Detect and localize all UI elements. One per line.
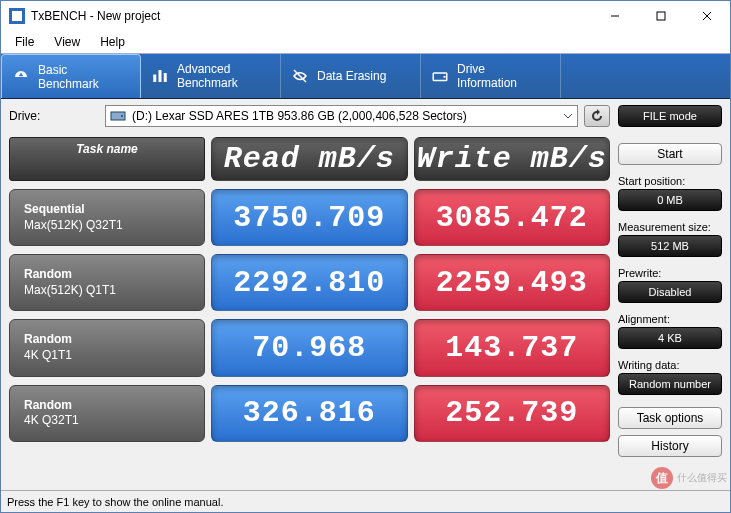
tab-data-erasing[interactable]: Data Erasing xyxy=(281,54,421,98)
drive-icon xyxy=(431,67,449,85)
task-name: SequentialMax(512K) Q32T1 xyxy=(9,189,205,246)
erase-icon xyxy=(291,67,309,85)
header-write: Write mB/s xyxy=(414,137,611,181)
write-value: 2259.493 xyxy=(414,254,611,311)
svg-rect-7 xyxy=(159,70,162,82)
maximize-button[interactable] xyxy=(638,1,684,31)
app-icon xyxy=(9,8,25,24)
window-title: TxBENCH - New project xyxy=(31,9,592,23)
tab-label: Advanced Benchmark xyxy=(177,62,238,90)
menu-view[interactable]: View xyxy=(46,33,88,51)
tabbar: Basic Benchmark Advanced Benchmark Data … xyxy=(1,53,730,99)
svg-rect-1 xyxy=(12,11,22,21)
task-name: Random4K Q32T1 xyxy=(9,385,205,442)
svg-rect-3 xyxy=(657,12,665,20)
tab-label: Basic Benchmark xyxy=(38,63,99,91)
write-value: 252.739 xyxy=(414,385,611,442)
menu-help[interactable]: Help xyxy=(92,33,133,51)
startpos-label: Start position: xyxy=(618,175,722,187)
close-button[interactable] xyxy=(684,1,730,31)
wdata-label: Writing data: xyxy=(618,359,722,371)
reload-icon xyxy=(590,109,604,123)
svg-point-11 xyxy=(443,76,445,78)
chevron-down-icon xyxy=(563,111,573,121)
tab-advanced-benchmark[interactable]: Advanced Benchmark xyxy=(141,54,281,98)
filemode-button[interactable]: FILE mode xyxy=(618,105,722,127)
hdd-icon xyxy=(110,109,126,123)
read-value: 3750.709 xyxy=(211,189,408,246)
minimize-button[interactable] xyxy=(592,1,638,31)
result-row: Random4K Q1T170.968143.737 xyxy=(9,319,610,376)
tab-basic-benchmark[interactable]: Basic Benchmark xyxy=(1,54,141,98)
svg-rect-6 xyxy=(153,75,156,83)
header-read: Read mB/s xyxy=(211,137,408,181)
read-value: 2292.810 xyxy=(211,254,408,311)
task-name: RandomMax(512K) Q1T1 xyxy=(9,254,205,311)
menubar: File View Help xyxy=(1,31,730,53)
drive-label: Drive: xyxy=(9,109,99,123)
bars-icon xyxy=(151,67,169,85)
prewrite-label: Prewrite: xyxy=(618,267,722,279)
taskoptions-button[interactable]: Task options xyxy=(618,407,722,429)
wdata-button[interactable]: Random number xyxy=(618,373,722,395)
task-name: Random4K Q1T1 xyxy=(9,319,205,376)
align-label: Alignment: xyxy=(618,313,722,325)
watermark-icon: 值 xyxy=(651,467,673,489)
reload-button[interactable] xyxy=(584,105,610,127)
svg-rect-8 xyxy=(164,73,167,82)
meassize-label: Measurement size: xyxy=(618,221,722,233)
result-row: SequentialMax(512K) Q32T13750.7093085.47… xyxy=(9,189,610,246)
tab-label: Drive Information xyxy=(457,62,517,90)
svg-point-13 xyxy=(121,115,123,117)
gauge-icon xyxy=(12,68,30,86)
read-value: 326.816 xyxy=(211,385,408,442)
start-button[interactable]: Start xyxy=(618,143,722,165)
write-value: 143.737 xyxy=(414,319,611,376)
watermark-text: 什么值得买 xyxy=(677,471,727,485)
meassize-button[interactable]: 512 MB xyxy=(618,235,722,257)
drive-selected-text: (D:) Lexar SSD ARES 1TB 953.86 GB (2,000… xyxy=(132,109,467,123)
prewrite-button[interactable]: Disabled xyxy=(618,281,722,303)
menu-file[interactable]: File xyxy=(7,33,42,51)
read-value: 70.968 xyxy=(211,319,408,376)
drive-select[interactable]: (D:) Lexar SSD ARES 1TB 953.86 GB (2,000… xyxy=(105,105,578,127)
statusbar: Press the F1 key to show the online manu… xyxy=(1,490,730,512)
watermark: 值 什么值得买 xyxy=(651,467,727,489)
status-text: Press the F1 key to show the online manu… xyxy=(7,496,223,508)
result-row: RandomMax(512K) Q1T12292.8102259.493 xyxy=(9,254,610,311)
startpos-button[interactable]: 0 MB xyxy=(618,189,722,211)
result-row: Random4K Q32T1326.816252.739 xyxy=(9,385,610,442)
svg-line-9 xyxy=(294,70,306,82)
tab-drive-information[interactable]: Drive Information xyxy=(421,54,561,98)
write-value: 3085.472 xyxy=(414,189,611,246)
history-button[interactable]: History xyxy=(618,435,722,457)
tab-label: Data Erasing xyxy=(317,69,386,83)
align-button[interactable]: 4 KB xyxy=(618,327,722,349)
header-task: Task name xyxy=(9,137,205,181)
titlebar: TxBENCH - New project xyxy=(1,1,730,31)
